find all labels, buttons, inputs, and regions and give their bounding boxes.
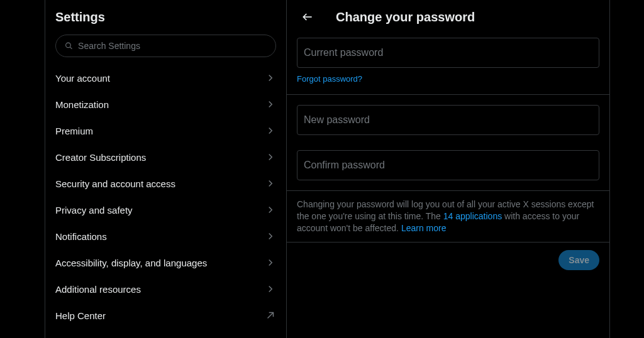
nav-item-label: Help Center	[55, 310, 106, 321]
nav-item-monetization[interactable]: Monetization	[45, 91, 286, 117]
svg-point-0	[66, 43, 71, 48]
forgot-password-link[interactable]: Forgot password?	[297, 74, 362, 84]
nav-item-your-account[interactable]: Your account	[45, 65, 286, 91]
detail-panel: Change your password Current password Fo…	[287, 0, 610, 338]
chevron-right-icon	[265, 99, 276, 110]
nav-item-help-center[interactable]: Help Center	[45, 302, 286, 329]
svg-line-2	[268, 313, 274, 319]
confirm-password-field[interactable]: Confirm password	[297, 150, 599, 180]
nav-item-label: Privacy and safety	[55, 205, 133, 215]
nav-item-security-access[interactable]: Security and account access	[45, 170, 286, 197]
chevron-right-icon	[265, 125, 276, 136]
nav-item-label: Accessibility, display, and languages	[55, 258, 207, 268]
chevron-right-icon	[265, 204, 276, 215]
nav-item-label: Notifications	[55, 231, 107, 242]
chevron-right-icon	[265, 72, 276, 84]
save-button[interactable]: Save	[558, 250, 599, 270]
chevron-right-icon	[265, 151, 276, 163]
back-button[interactable]	[297, 6, 318, 28]
nav-item-accessibility[interactable]: Accessibility, display, and languages	[45, 249, 286, 276]
nav-item-additional-resources[interactable]: Additional resources	[45, 276, 286, 302]
nav-item-label: Premium	[55, 126, 93, 136]
nav-item-label: Monetization	[55, 99, 109, 110]
chevron-right-icon	[265, 283, 276, 295]
settings-title: Settings	[45, 8, 286, 35]
new-password-field[interactable]: New password	[297, 105, 599, 135]
current-password-field[interactable]: Current password	[297, 38, 599, 68]
left-gutter	[0, 0, 45, 338]
info-text: Changing your password will log you out …	[297, 199, 599, 234]
detail-title: Change your password	[336, 10, 475, 25]
chevron-right-icon	[265, 257, 276, 268]
settings-sidebar: Settings Your account Monetization Premi…	[45, 0, 287, 338]
nav-item-notifications[interactable]: Notifications	[45, 223, 286, 249]
svg-line-1	[70, 47, 72, 49]
nav-item-label: Security and account access	[55, 178, 175, 189]
chevron-right-icon	[265, 178, 276, 189]
current-password-label: Current password	[304, 47, 383, 58]
learn-more-link[interactable]: Learn more	[401, 223, 447, 233]
search-icon	[65, 41, 73, 50]
nav-item-label: Additional resources	[55, 284, 141, 295]
new-password-label: New password	[304, 114, 370, 126]
nav-item-label: Creator Subscriptions	[55, 152, 146, 163]
chevron-right-icon	[265, 231, 276, 242]
nav-item-label: Your account	[55, 73, 110, 84]
confirm-password-label: Confirm password	[304, 160, 385, 171]
nav-item-privacy-safety[interactable]: Privacy and safety	[45, 197, 286, 223]
search-container[interactable]	[55, 35, 276, 57]
external-link-icon	[265, 310, 276, 321]
nav-item-creator-subscriptions[interactable]: Creator Subscriptions	[45, 144, 286, 170]
arrow-left-icon	[301, 11, 314, 23]
applications-link[interactable]: 14 applications	[443, 211, 502, 221]
nav-item-premium[interactable]: Premium	[45, 117, 286, 144]
search-input[interactable]	[78, 41, 267, 51]
